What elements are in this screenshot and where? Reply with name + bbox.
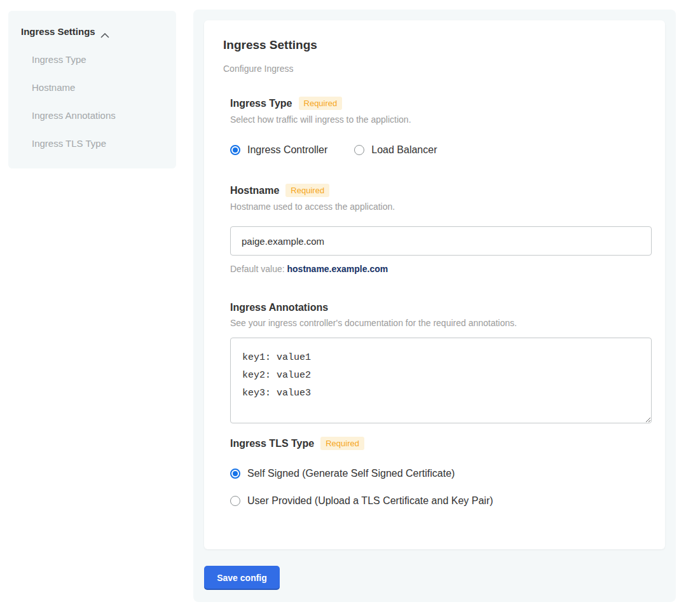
hostname-default-value: Default value: hostname.example.com	[230, 264, 646, 274]
sidebar-group-ingress-settings[interactable]: Ingress Settings	[21, 26, 163, 37]
sidebar-item-ingress-type[interactable]: Ingress Type	[32, 54, 163, 65]
required-badge: Required	[299, 97, 343, 110]
radio-ingress-controller[interactable]: Ingress Controller	[230, 144, 327, 156]
sidebar-item-hostname[interactable]: Hostname	[32, 82, 163, 93]
radio-unselected-icon	[230, 496, 240, 506]
section-ingress-annotations: Ingress Annotations See your ingress con…	[230, 302, 646, 423]
hostname-label: Hostname	[230, 185, 279, 196]
page-title: Ingress Settings	[223, 38, 646, 52]
default-value-text: hostname.example.com	[287, 264, 388, 274]
default-value-prefix: Default value:	[230, 264, 287, 274]
hostname-input[interactable]	[230, 226, 652, 256]
radio-user-provided-label: User Provided (Upload a TLS Certificate …	[247, 495, 493, 507]
radio-selected-icon	[230, 145, 240, 155]
section-ingress-type: Ingress Type Required Select how traffic…	[230, 97, 646, 156]
config-main-panel: Ingress Settings Configure Ingress Ingre…	[193, 10, 676, 602]
radio-selected-icon	[230, 469, 240, 479]
radio-user-provided[interactable]: User Provided (Upload a TLS Certificate …	[230, 495, 646, 507]
hostname-help: Hostname used to access the application.	[230, 202, 646, 212]
radio-unselected-icon	[354, 145, 364, 155]
radio-self-signed[interactable]: Self Signed (Generate Self Signed Certif…	[230, 468, 646, 479]
ingress-annotations-help: See your ingress controller's documentat…	[230, 318, 646, 328]
config-group-card: Ingress Settings Configure Ingress Ingre…	[204, 20, 665, 549]
required-badge: Required	[320, 437, 364, 450]
sidebar-item-ingress-annotations[interactable]: Ingress Annotations	[32, 110, 163, 121]
ingress-annotations-label: Ingress Annotations	[230, 302, 328, 313]
radio-load-balancer[interactable]: Load Balancer	[354, 144, 437, 156]
radio-load-balancer-label: Load Balancer	[371, 144, 437, 156]
config-nav-sidebar: Ingress Settings Ingress Type Hostname I…	[8, 11, 176, 168]
ingress-annotations-textarea[interactable]: key1: value1 key2: value2 key3: value3	[230, 338, 652, 423]
page-subtitle: Configure Ingress	[223, 64, 646, 74]
section-ingress-tls-type: Ingress TLS Type Required Self Signed (G…	[230, 437, 646, 507]
sidebar-group-label: Ingress Settings	[21, 26, 95, 37]
radio-ingress-controller-label: Ingress Controller	[247, 144, 327, 156]
sidebar-item-ingress-tls-type[interactable]: Ingress TLS Type	[32, 138, 163, 149]
ingress-type-label: Ingress Type	[230, 98, 292, 109]
ingress-tls-type-label: Ingress TLS Type	[230, 438, 314, 449]
chevron-up-icon	[100, 29, 109, 34]
radio-self-signed-label: Self Signed (Generate Self Signed Certif…	[247, 468, 455, 479]
save-config-button[interactable]: Save config	[204, 566, 280, 590]
ingress-type-help: Select how traffic will ingress to the a…	[230, 114, 646, 125]
required-badge: Required	[285, 184, 329, 197]
section-hostname: Hostname Required Hostname used to acces…	[230, 184, 646, 274]
